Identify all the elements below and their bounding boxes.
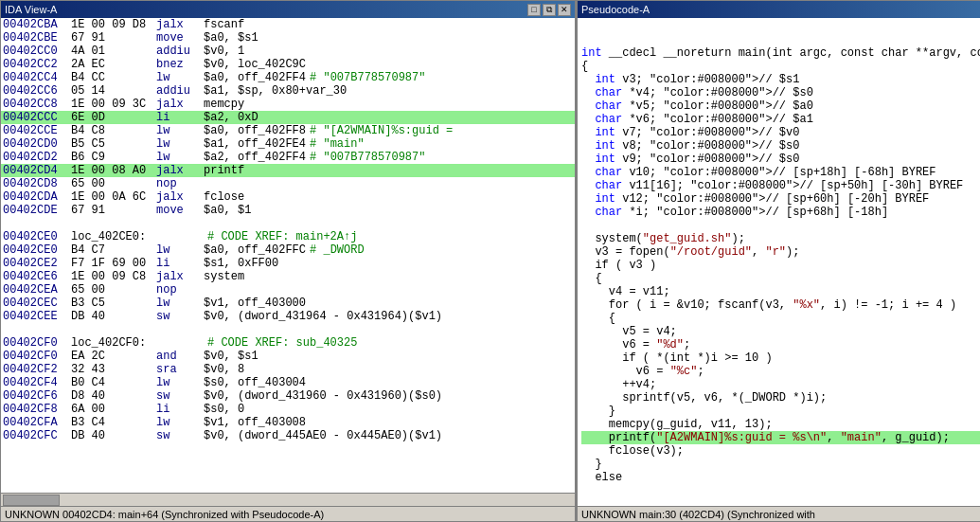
table-row[interactable]: 00402CBE67 91move$a0, $s1	[1, 31, 575, 45]
table-row[interactable]: 00402CC605 14addiu$a1, $sp, 0x80+var_30	[1, 84, 575, 98]
asm-addr: 00402CEC	[3, 297, 71, 310]
list-item[interactable]: char v11[16]; "color:#008000">// [sp+50h…	[581, 179, 980, 192]
table-row[interactable]: 00402CDE67 91move$a0, $1	[1, 204, 575, 217]
list-item[interactable]: int v12; "color:#008000">// [sp+60h] [-2…	[581, 192, 980, 206]
hscroll-thumb-left[interactable]	[3, 495, 60, 506]
asm-mnemonic: bnez	[156, 58, 204, 71]
list-item[interactable]: ++v4;	[581, 378, 980, 391]
list-item[interactable]: int v3; "color:#008000">// $s1	[581, 73, 980, 86]
table-row[interactable]: 00402CE2F7 1F 69 00li$s1, 0xFF00	[1, 257, 575, 270]
list-item[interactable]: v4 = v11;	[581, 285, 980, 298]
table-row[interactable]	[1, 323, 575, 336]
list-item[interactable]: v5 = v4;	[581, 325, 980, 338]
table-row[interactable]: 00402CFAB3 C4lw$v1, off_403008	[1, 416, 575, 429]
table-row[interactable]: 00402CD41E 00 08 A0jalxprintf	[1, 164, 575, 177]
asm-addr: 00402CFA	[3, 416, 71, 429]
asm-bytes: DB 40	[71, 310, 156, 323]
asm-bytes: B3 C4	[71, 416, 156, 429]
table-row[interactable]: 00402CE0loc_402CE0:# CODE XREF: main+2A↑…	[1, 230, 575, 243]
list-item[interactable]: char *i; "color:#008000">// [sp+68h] [-1…	[581, 206, 980, 219]
list-item[interactable]: }	[581, 405, 980, 418]
asm-code-scroll[interactable]: 00402CBA1E 00 09 D8jalxfscanf00402CBE67 …	[1, 18, 575, 493]
table-row[interactable]: 00402CD0B5 C5lw$a1, off_402FE4 # "main"	[1, 137, 575, 151]
table-row[interactable]: 00402CF0loc_402CF0:# CODE XREF: sub_4032…	[1, 336, 575, 350]
pseudo-header-line: int __cdecl __noreturn main(int argc, co…	[581, 46, 980, 60]
list-item[interactable]: for ( i = &v10; fscanf(v3, "%x", i) != -…	[581, 298, 980, 312]
table-row[interactable]: 00402CD865 00nop	[1, 177, 575, 190]
list-item[interactable]: else	[581, 471, 980, 484]
table-row[interactable]: 00402CF0EA 2Cand$v0, $s1	[1, 350, 575, 363]
list-item[interactable]: {	[581, 312, 980, 325]
asm-mnemonic: lw	[156, 297, 204, 310]
table-row[interactable]: 00402CE61E 00 09 C8jalxsystem	[1, 270, 575, 283]
close-button[interactable]: ✕	[558, 4, 571, 16]
asm-bytes: B3 C5	[71, 297, 156, 310]
table-row[interactable]	[1, 217, 575, 230]
table-row[interactable]: 00402CE0B4 C7lw$a0, off_402FFC # _DWORD	[1, 243, 575, 257]
table-row[interactable]: 00402CCEB4 C8lw$a0, off_402FF8 # "[A2WMA…	[1, 124, 575, 137]
pseudo-code-area: int __cdecl __noreturn main(int argc, co…	[578, 18, 980, 506]
horizontal-scrollbar-left[interactable]	[1, 493, 575, 506]
list-item[interactable]: }	[581, 458, 980, 471]
list-item[interactable]: sprintf(v5, v6, *(_DWORD *)i);	[581, 391, 980, 405]
asm-mnemonic: sra	[156, 363, 204, 376]
table-row[interactable]: 00402CF86A 00li$s0, 0	[1, 403, 575, 416]
table-row[interactable]: 00402CC04A 01addiu$v0, 1	[1, 45, 575, 58]
list-item[interactable]: char *v4; "color:#008000">// $s0	[581, 86, 980, 99]
list-item[interactable]: if ( *(int *)i >= 10 )	[581, 351, 980, 365]
pseudo-title-label: Pseudocode-A	[581, 4, 650, 15]
table-row[interactable]: 00402CDA1E 00 0A 6Cjalxfclose	[1, 190, 575, 204]
asm-bytes: F7 1F 69 00	[71, 257, 156, 270]
list-item[interactable]: char *v6; "color:#008000">// $a1	[581, 113, 980, 126]
asm-mnemonic: jalx	[156, 190, 204, 204]
table-row[interactable]: 00402CECB3 C5lw$v1, off_403000	[1, 297, 575, 310]
list-item[interactable]: v6 = "%d";	[581, 338, 980, 351]
list-item[interactable]: printf("[A2WMAIN]%s:guid = %s\n", "main"…	[581, 431, 980, 444]
list-item[interactable]: int v7; "color:#008000">// $v0	[581, 126, 980, 139]
table-row[interactable]: 00402CF4B0 C4lw$s0, off_403004	[1, 376, 575, 389]
list-item[interactable]: memcpy(g_guid, v11, 13);	[581, 418, 980, 431]
minimize-button[interactable]: □	[527, 4, 541, 16]
table-row[interactable]: 00402CC22A ECbnez$v0, loc_402C9C	[1, 58, 575, 71]
asm-operands: $v1, off_403008	[204, 416, 306, 429]
table-row[interactable]: 00402CBA1E 00 09 D8jalxfscanf	[1, 18, 575, 31]
asm-mnemonic: addiu	[156, 84, 204, 98]
asm-comment: # "007B778570987"	[310, 151, 425, 164]
table-row[interactable]: 00402CEEDB 40sw$v0, (dword_431964 - 0x43…	[1, 310, 575, 323]
list-item[interactable]: {	[581, 272, 980, 285]
asm-operands: fscanf	[204, 18, 244, 31]
table-row[interactable]: 00402CD2B6 C9lw$a2, off_402FF4 # "007B77…	[1, 151, 575, 164]
table-row[interactable]: 00402CF6D8 40sw$v0, (dword_431960 - 0x43…	[1, 389, 575, 403]
asm-mnemonic: jalx	[156, 270, 204, 283]
asm-bytes: 05 14	[71, 84, 156, 98]
asm-bytes: 32 43	[71, 363, 156, 376]
asm-mnemonic: lw	[156, 243, 204, 257]
list-item[interactable]: system("get_guid.sh");	[581, 232, 980, 245]
list-item[interactable]	[581, 219, 980, 232]
list-item[interactable]: int v9; "color:#008000">// $s0	[581, 153, 980, 166]
pseudo-code-scroll[interactable]: int __cdecl __noreturn main(int argc, co…	[578, 18, 980, 506]
table-row[interactable]: 00402CFCDB 40sw$v0, (dword_445AE0 - 0x44…	[1, 429, 575, 442]
list-item[interactable]: char *v5; "color:#008000">// $a0	[581, 99, 980, 113]
table-row[interactable]: 00402CC4B4 CClw$a0, off_402FF4 # "007B77…	[1, 71, 575, 84]
asm-addr: 00402CFC	[3, 429, 71, 442]
asm-mnemonic: sw	[156, 389, 204, 403]
asm-operands: $v1, off_403000	[204, 297, 306, 310]
list-item[interactable]: if ( v3 )	[581, 259, 980, 272]
list-item[interactable]: v3 = fopen("/root/guid", "r");	[581, 245, 980, 259]
maximize-button[interactable]: ⧉	[543, 4, 556, 16]
table-row[interactable]: 00402CF232 43sra$v0, 8	[1, 363, 575, 376]
list-item[interactable]: char v10; "color:#008000">// [sp+18h] [-…	[581, 166, 980, 179]
table-row[interactable]: 00402CC81E 00 09 3Cjalxmemcpy	[1, 98, 575, 111]
list-item[interactable]: int v8; "color:#008000">// $s0	[581, 139, 980, 153]
asm-comment: # "007B778570987"	[310, 71, 425, 84]
asm-bytes: 1E 00 09 3C	[71, 98, 156, 111]
ida-status-text: UNKNOWN 00402CD4: main+64 (Synchronized …	[5, 509, 324, 520]
pseudo-title-bar: Pseudocode-A	[578, 1, 980, 18]
asm-bytes: 67 91	[71, 31, 156, 45]
table-row[interactable]: 00402CEA65 00nop	[1, 283, 575, 297]
asm-mnemonic: addiu	[156, 45, 204, 58]
table-row[interactable]: 00402CCC6E 0Dli$a2, 0xD	[1, 111, 575, 124]
list-item[interactable]: fclose(v3);	[581, 444, 980, 458]
list-item[interactable]: v6 = "%c";	[581, 365, 980, 378]
